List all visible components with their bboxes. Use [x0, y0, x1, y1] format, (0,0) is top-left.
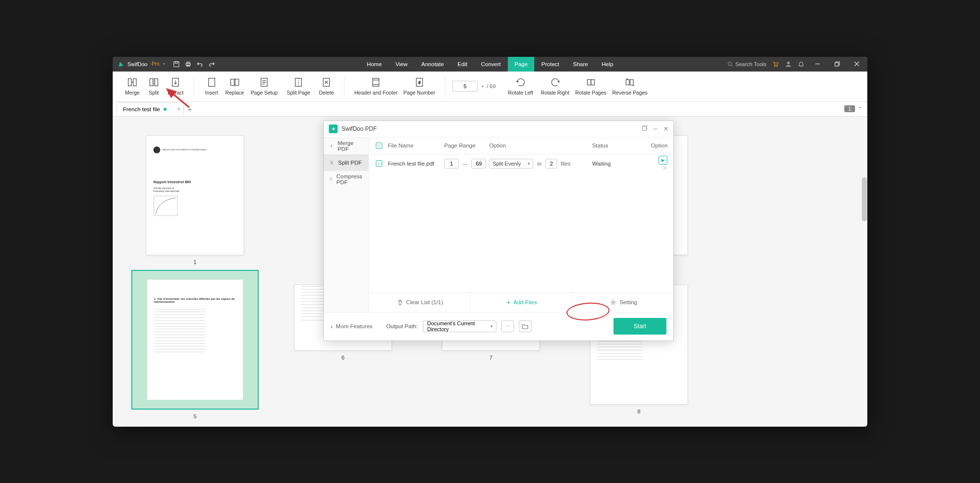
- svg-rect-21: [373, 78, 379, 87]
- svg-rect-26: [626, 80, 629, 85]
- dialog-minimize-button[interactable]: ─: [653, 125, 658, 133]
- delete-button[interactable]: Delete: [316, 76, 337, 97]
- range-dash: —: [463, 161, 468, 167]
- output-more-button[interactable]: ⋯: [501, 320, 514, 332]
- file-list-header: ✓ File Name Page Range Option Status Opt…: [369, 138, 674, 154]
- minimize-button[interactable]: [810, 59, 824, 69]
- thumbnail-page-5[interactable]: 1. Vue d'ensemble: les marchés affectés …: [131, 270, 259, 419]
- range-to-input[interactable]: [471, 159, 486, 169]
- svg-rect-0: [174, 61, 179, 67]
- output-browse-button[interactable]: [519, 320, 532, 332]
- rotate-left-button[interactable]: Rotate Left: [504, 76, 538, 97]
- svg-rect-11: [133, 79, 136, 86]
- save-icon[interactable]: [173, 61, 180, 68]
- dialog-footer: ‹ More Features Output Path: Document's …: [324, 312, 673, 340]
- expand-caret-icon[interactable]: ⌃: [858, 106, 862, 112]
- tab-close-icon[interactable]: ×: [177, 106, 180, 113]
- page-input[interactable]: [452, 81, 478, 92]
- insert-button[interactable]: Insert: [201, 76, 222, 97]
- split-option-select[interactable]: Split Evenly: [489, 159, 533, 169]
- reverse-pages-button[interactable]: Reverse Pages: [610, 76, 651, 97]
- col-page-range: Page Range: [444, 143, 489, 148]
- thumb-label: 1: [194, 259, 196, 265]
- document-tab[interactable]: French test file ×: [117, 102, 184, 115]
- svg-rect-25: [591, 80, 594, 85]
- menu-protect[interactable]: Protect: [535, 57, 566, 72]
- svg-rect-24: [587, 80, 590, 85]
- sidebar-split-pdf[interactable]: Split PDF: [324, 154, 368, 171]
- col-option2: Option: [651, 143, 667, 148]
- row-checkbox[interactable]: ✓: [376, 160, 382, 167]
- in-label: in: [538, 161, 542, 167]
- search-placeholder: Search Tools: [735, 61, 766, 67]
- select-all-checkbox[interactable]: ✓: [376, 143, 382, 149]
- print-icon[interactable]: [185, 61, 192, 68]
- svg-rect-9: [835, 63, 838, 66]
- search-tools[interactable]: Search Tools: [727, 61, 766, 67]
- page-total: / 69: [487, 83, 495, 89]
- clear-list-button[interactable]: Clear List (1/1): [369, 293, 471, 312]
- svg-rect-1: [175, 61, 178, 63]
- menu-convert[interactable]: Convert: [474, 57, 508, 72]
- svg-rect-27: [630, 80, 633, 85]
- split-pdf-dialog: ✦ SwifDoo PDF ─ ✕ Merge PDF Split PDF Co…: [323, 121, 674, 341]
- start-button[interactable]: Start: [613, 318, 666, 335]
- menu-page[interactable]: Page: [508, 57, 535, 72]
- menu-annotate[interactable]: Annotate: [415, 57, 451, 72]
- app-menu-caret-icon[interactable]: ▾: [163, 62, 165, 66]
- svg-point-8: [787, 61, 789, 64]
- thumb-label: 5: [194, 413, 196, 419]
- split-button[interactable]: Split: [143, 76, 165, 97]
- file-row: ✓ French test file.pdf — Split Evenly in…: [369, 154, 674, 173]
- svg-rect-12: [150, 79, 153, 86]
- undo-icon[interactable]: [196, 61, 203, 68]
- page-dropdown-icon[interactable]: ▾: [482, 84, 484, 89]
- maximize-button[interactable]: [830, 59, 844, 69]
- thumbnail-page-1[interactable]: BANQUE DES RÈGLEMENTS INTERNATIONAUX Rap…: [131, 135, 259, 265]
- menu-share[interactable]: Share: [566, 57, 595, 72]
- range-from-input[interactable]: [444, 159, 459, 169]
- redo-icon[interactable]: [208, 61, 215, 68]
- user-icon[interactable]: [785, 61, 792, 68]
- menu-view[interactable]: View: [389, 57, 415, 72]
- sidebar-compress-pdf[interactable]: Compress PDF: [324, 171, 368, 188]
- add-files-button[interactable]: + Add Files: [471, 293, 573, 312]
- scrollbar-vertical[interactable]: [862, 177, 867, 221]
- more-features-button[interactable]: ‹ More Features: [331, 323, 372, 330]
- bell-icon[interactable]: [798, 61, 805, 68]
- document-tabs: French test file × + 1 ⌃: [113, 102, 867, 117]
- dialog-popout-icon[interactable]: [641, 125, 647, 133]
- svg-point-5: [728, 62, 731, 65]
- rotate-right-button[interactable]: Rotate Right: [538, 76, 572, 97]
- close-button[interactable]: [850, 59, 863, 69]
- tab-add-button[interactable]: +: [184, 103, 196, 115]
- output-path-select[interactable]: Document's Current Directory: [423, 320, 496, 332]
- split-page-button[interactable]: Split Page: [281, 76, 316, 97]
- extract-button[interactable]: Extract: [165, 76, 187, 97]
- dialog-title: SwifDoo PDF: [342, 125, 377, 132]
- menu-home[interactable]: Home: [360, 57, 389, 72]
- replace-button[interactable]: Replace: [222, 76, 247, 97]
- header-footer-button[interactable]: Header and Footer: [351, 76, 400, 97]
- page-number-button[interactable]: #Page Number: [400, 76, 438, 97]
- row-run-button[interactable]: ▶: [659, 156, 667, 165]
- menu-edit[interactable]: Edit: [451, 57, 474, 72]
- ribbon: Merge Split Extract Insert Replace Page …: [113, 72, 867, 102]
- rotate-pages-button[interactable]: Rotate Pages: [572, 76, 610, 97]
- menubar: Home View Annotate Edit Convert Page Pro…: [360, 57, 620, 72]
- split-count-input[interactable]: [545, 159, 557, 169]
- page-setup-button[interactable]: Page Setup: [247, 76, 281, 97]
- merge-button[interactable]: Merge: [122, 76, 143, 97]
- col-file-name: File Name: [388, 143, 444, 148]
- menu-help[interactable]: Help: [595, 57, 620, 72]
- cart-icon[interactable]: [772, 61, 779, 68]
- thumb-label: 7: [490, 355, 492, 361]
- files-label: files: [561, 161, 571, 167]
- col-status: Status: [592, 143, 651, 148]
- dialog-close-button[interactable]: ✕: [663, 125, 668, 133]
- svg-rect-10: [128, 79, 131, 86]
- setting-button[interactable]: Setting: [573, 293, 674, 312]
- sidebar-merge-pdf[interactable]: Merge PDF: [324, 138, 368, 154]
- row-remove-button[interactable]: ✕: [662, 165, 667, 171]
- dialog-logo-icon: ✦: [329, 124, 338, 133]
